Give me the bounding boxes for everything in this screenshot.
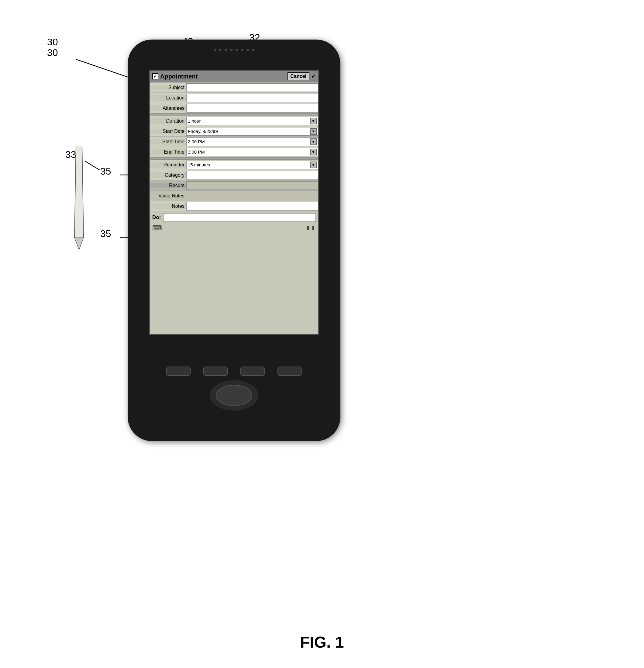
start-time-row: Start Time 2:00 PM ▼	[150, 137, 318, 147]
reminder-arrow-icon: ▼	[310, 162, 317, 168]
section-separator-2	[150, 157, 318, 160]
ref-label-30: 30	[47, 36, 58, 48]
voice-notes-area	[186, 192, 318, 200]
start-time-value: 2:00 PM	[188, 139, 205, 144]
end-time-dropdown[interactable]: 3:00 PM ▼	[186, 148, 318, 156]
cancel-label: Cancel	[290, 74, 307, 79]
stylus	[70, 146, 88, 249]
start-time-label: Start Time	[150, 139, 186, 145]
attendees-row: Attendees	[150, 103, 318, 113]
duration-arrow-icon: ▼	[310, 118, 317, 124]
do-label: Do:	[152, 214, 161, 221]
notes-row: Notes	[150, 201, 318, 211]
ref-label-35a: 35	[100, 166, 111, 177]
duration-row: Duration 1 hour ▼	[150, 116, 318, 126]
do-row: Do:	[152, 213, 316, 222]
title-bar-right: Cancel ✓	[287, 72, 316, 80]
category-row: Category	[150, 170, 318, 180]
attendees-label: Attendees	[150, 106, 186, 111]
category-input[interactable]	[186, 171, 318, 180]
end-time-value: 3:00 PM	[188, 149, 205, 154]
ref-label-30: 30	[47, 47, 58, 58]
do-input[interactable]	[163, 213, 316, 222]
start-date-dropdown[interactable]: Friday, 4/23/99 ▼	[186, 127, 318, 136]
recurs-label: Recurs	[150, 183, 186, 188]
app-title: Appointment	[160, 73, 198, 80]
keyboard-icon[interactable]: ⌨	[152, 224, 162, 232]
attendees-input[interactable]	[186, 104, 318, 112]
hw-button-1[interactable]	[166, 367, 191, 376]
pda-device: ✓ Appointment Cancel ✓ Subject Location	[128, 40, 340, 441]
location-label: Location	[150, 95, 186, 101]
speaker-dots	[214, 49, 254, 51]
svg-marker-16	[75, 237, 83, 249]
recurs-row: Recurs	[150, 180, 318, 191]
reminder-dropdown[interactable]: 15 minutes ▼	[186, 161, 318, 169]
recurs-input[interactable]	[186, 181, 318, 190]
cancel-button[interactable]: Cancel	[287, 72, 309, 80]
location-row: Location	[150, 93, 318, 103]
title-bar: ✓ Appointment Cancel ✓	[150, 71, 318, 82]
reminder-value: 15 minutes	[188, 162, 210, 167]
ref-label-35b: 35	[100, 228, 111, 239]
svg-line-0	[76, 59, 134, 79]
confirm-checkmark[interactable]: ✓	[311, 73, 316, 80]
bottom-area: Do: ⌨ ⬆⬇	[150, 211, 318, 234]
checkbox-icon: ✓	[154, 74, 157, 79]
hw-button-4[interactable]	[278, 367, 302, 376]
location-input[interactable]	[186, 94, 318, 102]
end-time-row: End Time 3:00 PM ▼	[150, 147, 318, 157]
pda-screen: ✓ Appointment Cancel ✓ Subject Location	[149, 70, 319, 335]
notes-input[interactable]	[186, 202, 318, 211]
start-date-label: Start Date	[150, 129, 186, 134]
duration-value: 1 hour	[188, 118, 201, 123]
reminder-label: Reminder	[150, 162, 186, 168]
notes-label: Notes	[150, 203, 186, 209]
duration-dropdown[interactable]: 1 hour ▼	[186, 117, 318, 125]
reminder-row: Reminder 15 minutes ▼	[150, 160, 318, 170]
svg-marker-15	[75, 146, 83, 249]
duration-label: Duration	[150, 118, 186, 124]
start-time-dropdown[interactable]: 2:00 PM ▼	[186, 137, 318, 146]
hw-button-3[interactable]	[240, 367, 265, 376]
start-date-arrow-icon: ▼	[310, 128, 317, 135]
subject-input[interactable]	[186, 84, 318, 92]
home-button-area[interactable]	[210, 380, 258, 411]
end-time-arrow-icon: ▼	[310, 149, 317, 155]
title-checkbox[interactable]: ✓	[152, 73, 158, 79]
start-date-value: Friday, 4/23/99	[188, 129, 218, 134]
home-button-inner	[216, 385, 252, 406]
category-label: Category	[150, 172, 186, 178]
nav-arrows-icon[interactable]: ⬆⬇	[305, 225, 316, 232]
hw-button-2[interactable]	[203, 367, 227, 376]
end-time-label: End Time	[150, 149, 186, 155]
physical-buttons	[161, 367, 307, 376]
section-separator-1	[150, 113, 318, 116]
voice-notes-row: Voice Notes	[150, 191, 318, 201]
subject-label: Subject	[150, 85, 186, 90]
title-bar-left: ✓ Appointment	[152, 73, 198, 80]
subject-row: Subject	[150, 82, 318, 93]
figure-caption: FIG. 1	[300, 633, 344, 651]
form-area: Subject Location Attendees Duration 1 ho…	[150, 82, 318, 211]
toolbar-row: ⌨ ⬆⬇	[152, 224, 316, 233]
start-time-arrow-icon: ▼	[310, 138, 317, 145]
start-date-row: Start Date Friday, 4/23/99 ▼	[150, 126, 318, 137]
voice-notes-label: Voice Notes	[150, 193, 186, 199]
